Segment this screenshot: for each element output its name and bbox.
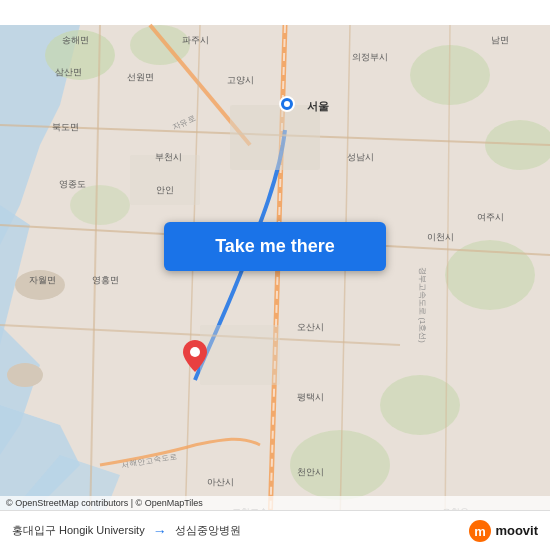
svg-text:여주시: 여주시 — [477, 212, 504, 222]
svg-text:자월면: 자월면 — [29, 275, 56, 285]
route-from-label: 홍대입구 Hongik University — [12, 523, 145, 538]
moovit-brand-text: moovit — [495, 523, 538, 538]
destination-pin — [183, 340, 207, 376]
svg-text:아산시: 아산시 — [207, 477, 234, 487]
svg-text:부천시: 부천시 — [155, 152, 182, 162]
moovit-logo: m moovit — [469, 520, 538, 542]
svg-point-10 — [70, 185, 130, 225]
svg-text:송해면: 송해면 — [62, 35, 89, 45]
svg-text:삼산면: 삼산면 — [55, 67, 82, 77]
svg-text:평택시: 평택시 — [297, 392, 324, 402]
svg-rect-22 — [130, 155, 200, 205]
svg-text:성남시: 성남시 — [347, 152, 374, 162]
svg-text:오산시: 오산시 — [297, 322, 324, 332]
moovit-icon: m — [469, 520, 491, 542]
svg-text:영흥면: 영흥면 — [92, 275, 119, 285]
bottom-bar: 홍대입구 Hongik University → 성심중앙병원 m moovit — [0, 510, 550, 550]
svg-point-53 — [190, 347, 200, 357]
svg-text:영종도: 영종도 — [59, 179, 86, 189]
route-arrow-icon: → — [153, 523, 167, 539]
svg-text:의정부시: 의정부시 — [352, 52, 388, 62]
svg-text:경부고속도로 (1호선): 경부고속도로 (1호선) — [418, 267, 427, 343]
map-background: 송해면 파주시 의정부시 남면 삼산면 선원면 고양시 서울 자유로 북도면 부… — [0, 0, 550, 550]
svg-text:안인: 안인 — [156, 185, 174, 195]
svg-text:천안시: 천안시 — [297, 467, 324, 477]
svg-point-8 — [380, 375, 460, 435]
svg-rect-23 — [200, 325, 280, 385]
svg-text:선원면: 선원면 — [127, 72, 154, 82]
origin-pin — [278, 95, 296, 117]
svg-text:이천시: 이천시 — [427, 232, 454, 242]
svg-text:서울: 서울 — [307, 100, 329, 112]
svg-text:북도면: 북도면 — [52, 122, 79, 132]
svg-text:파주시: 파주시 — [182, 35, 209, 45]
svg-text:m: m — [475, 524, 487, 539]
map-attribution: © OpenStreetMap contributors | © OpenMap… — [0, 496, 550, 510]
svg-text:남면: 남면 — [491, 35, 509, 45]
take-me-there-button[interactable]: Take me there — [164, 222, 386, 271]
svg-point-4 — [130, 25, 190, 65]
map-container: 송해면 파주시 의정부시 남면 삼산면 선원면 고양시 서울 자유로 북도면 부… — [0, 0, 550, 550]
svg-point-2 — [7, 363, 43, 387]
svg-rect-21 — [230, 105, 320, 170]
svg-text:고양시: 고양시 — [227, 75, 254, 85]
route-to-label: 성심중앙병원 — [175, 523, 241, 538]
svg-point-52 — [284, 101, 290, 107]
